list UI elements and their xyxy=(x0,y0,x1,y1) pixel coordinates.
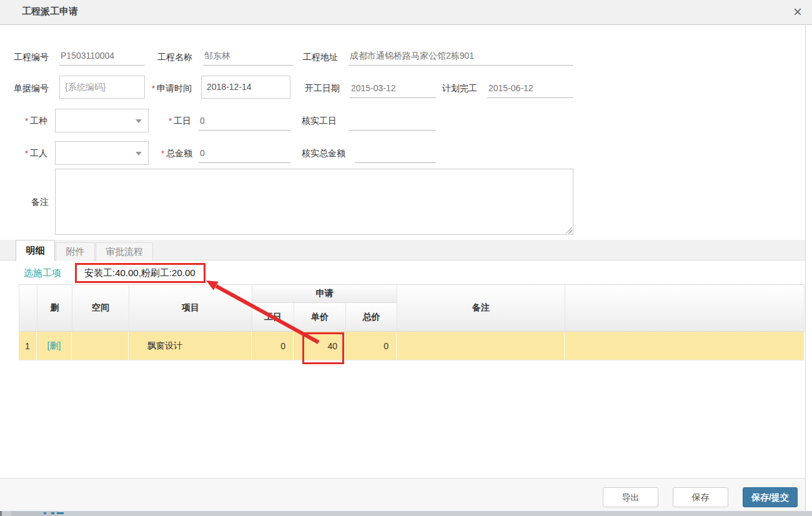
chevron-down-icon xyxy=(136,119,142,123)
plan-finish-field[interactable]: 2015-06-12 xyxy=(487,80,573,98)
cell-delete: [删] xyxy=(37,332,72,360)
col-header-item: 项目 xyxy=(129,285,252,332)
verify-work-days-label: 核实工日 xyxy=(302,116,337,127)
required-asterisk: * xyxy=(169,116,172,126)
work-type-select[interactable] xyxy=(55,109,149,132)
dialog-title: 工程派工申请 xyxy=(22,6,78,17)
table-row[interactable]: 1 [删] 飘窗设计 0 40 0 xyxy=(19,332,804,360)
project-name-field[interactable]: 邹东林 xyxy=(203,47,294,66)
chevron-down-icon xyxy=(136,152,142,156)
table-header: 删 空间 项目 申请 备注 工日 单价 总价 xyxy=(19,284,804,332)
col-header-extra xyxy=(565,285,805,332)
dispatch-application-dialog: 工程派工申请 × 工程编号 P1503110004 工程名称 邹东林 工程地址 … xyxy=(0,0,812,516)
required-asterisk: * xyxy=(25,116,28,126)
price-annotation-box: 安装工:40.00,粉刷工:20.00 xyxy=(75,263,205,283)
doc-no-input[interactable]: {系统编码} xyxy=(59,76,145,99)
start-date-label: 开工日期 xyxy=(305,83,340,94)
verify-work-days-field[interactable] xyxy=(349,112,436,131)
col-header-remark: 备注 xyxy=(397,285,565,332)
required-asterisk: * xyxy=(152,84,155,93)
cell-rownum: 1 xyxy=(19,332,37,360)
cell-item[interactable]: 飘窗设计 xyxy=(129,332,252,360)
required-asterisk: * xyxy=(25,149,28,158)
project-name-label: 工程名称 xyxy=(157,52,192,63)
verify-total-label: 核实总金额 xyxy=(302,148,345,159)
col-header-space: 空间 xyxy=(72,285,129,332)
cell-days[interactable]: 0 xyxy=(252,332,294,360)
background-page-strip xyxy=(0,511,812,516)
delete-row-link[interactable]: [删] xyxy=(47,340,61,352)
col-header-total-price: 总价 xyxy=(346,303,397,332)
col-header-unit-price: 单价 xyxy=(294,303,346,332)
save-button[interactable]: 保存 xyxy=(673,487,728,507)
project-address-label: 工程地址 xyxy=(303,52,338,63)
total-amount-field[interactable]: 0 xyxy=(199,145,290,163)
remark-label: 备注 xyxy=(31,197,49,208)
background-page-fragment xyxy=(51,512,54,514)
project-no-field[interactable]: P1503110004 xyxy=(59,47,145,66)
doc-no-label: 单据编号 xyxy=(14,83,49,94)
start-date-field[interactable]: 2015-03-12 xyxy=(350,80,436,98)
tab-attachment[interactable]: 附件 xyxy=(56,242,95,261)
required-asterisk: * xyxy=(161,149,164,158)
project-address-field[interactable]: 成都市通锦桥路马家公馆2栋901 xyxy=(349,47,573,66)
verify-total-field[interactable] xyxy=(355,145,436,163)
col-header-rownum xyxy=(19,285,37,332)
worker-select[interactable] xyxy=(55,141,149,165)
tab-approval-flow[interactable]: 审批流程 xyxy=(96,242,153,261)
background-page-fragment xyxy=(57,512,64,514)
col-header-delete: 删 xyxy=(37,285,72,332)
tab-detail[interactable]: 明细 xyxy=(16,240,55,261)
dialog-titlebar: 工程派工申请 × xyxy=(0,0,812,25)
work-days-field[interactable]: 0 xyxy=(199,112,290,131)
resize-grip-icon[interactable] xyxy=(565,226,572,234)
background-page-fragment xyxy=(44,512,46,514)
col-header-days: 工日 xyxy=(252,303,294,332)
save-submit-button[interactable]: 保存/提交 xyxy=(743,487,798,507)
plan-finish-label: 计划完工 xyxy=(442,83,477,94)
cell-space[interactable] xyxy=(72,332,129,360)
work-days-label: *工日 xyxy=(169,116,191,127)
worker-label: *工人 xyxy=(25,148,47,159)
dialog-right-edge xyxy=(805,25,806,511)
col-header-apply-group: 申请 xyxy=(252,285,397,303)
apply-time-input[interactable]: 2018-12-14 xyxy=(201,76,290,99)
tab-strip: 明细 附件 审批流程 xyxy=(0,240,805,260)
detail-table: 删 空间 项目 申请 备注 工日 单价 总价 1 [删] 飘窗设计 0 40 0 xyxy=(19,284,804,360)
close-icon[interactable]: × xyxy=(793,2,802,21)
work-type-label: *工种 xyxy=(25,116,47,127)
remark-textarea[interactable] xyxy=(55,169,573,235)
apply-time-label: *申请时间 xyxy=(152,83,192,94)
project-no-label: 工程编号 xyxy=(14,52,49,63)
unit-price-annotation-box xyxy=(302,332,344,364)
export-button[interactable]: 导出 xyxy=(603,487,658,507)
total-amount-label: *总金额 xyxy=(161,148,192,159)
cell-total-price[interactable]: 0 xyxy=(345,332,397,360)
dialog-footer: 导出 保存 保存/提交 xyxy=(0,478,805,511)
cell-remark[interactable] xyxy=(397,332,565,360)
select-work-item-link[interactable]: 选施工项 xyxy=(24,267,61,279)
background-page-fragment xyxy=(0,511,2,516)
